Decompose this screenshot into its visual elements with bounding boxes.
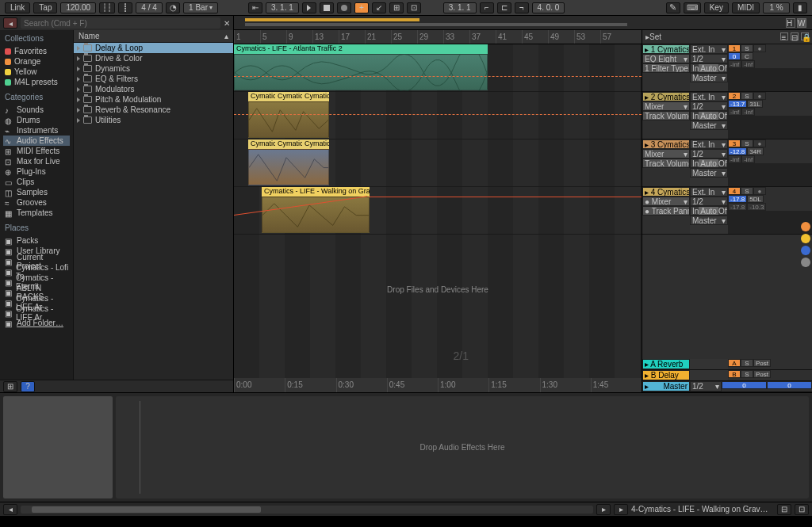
category-clips[interactable]: ▭Clips: [3, 177, 70, 187]
audio-clip[interactable]: Cymatics: [248, 139, 275, 149]
arrangement-overview[interactable]: [234, 16, 780, 30]
audio-clip[interactable]: Cymatics: [275, 92, 302, 101]
link-button[interactable]: Link: [5, 2, 30, 13]
loop-switch-icon[interactable]: ⊏: [497, 2, 511, 13]
track-pan[interactable]: C: [741, 52, 753, 60]
draw-mode-icon[interactable]: ✎: [666, 2, 680, 13]
midi-map-button[interactable]: MIDI: [732, 2, 760, 13]
tempo-field[interactable]: 120.00: [60, 2, 96, 13]
track-name[interactable]: ▸ 3 Cymatics -▾: [642, 139, 690, 149]
audio-clip[interactable]: Cymatics: [302, 139, 329, 149]
quantize-menu[interactable]: 1 Bar: [183, 2, 218, 13]
track-row[interactable]: Cymatics Cymatics Cymatics: [234, 92, 642, 139]
audio-clip[interactable]: Cymatics: [248, 92, 275, 101]
arm-button[interactable]: ●: [753, 139, 766, 147]
return-track-header[interactable]: ▸ A Reverb ASPost: [642, 359, 812, 370]
track-activator[interactable]: 1: [728, 44, 741, 52]
browser-folder[interactable]: Delay & Loop: [74, 43, 233, 53]
output-routing[interactable]: Master▾: [690, 73, 728, 82]
track-header[interactable]: ▸ 4 Cymatics -▾ ● Mixer▾ ● Track Pannin▾…: [642, 187, 812, 235]
track-header[interactable]: ▸ 2 Cymatics -▾ Mixer▾ Track Volume▾ Ext…: [642, 92, 812, 139]
sort-icon[interactable]: ▴: [224, 32, 228, 40]
output-routing[interactable]: Master▾: [690, 216, 728, 225]
input-type[interactable]: Ext. In▾: [690, 187, 728, 197]
disclosure-icon[interactable]: [77, 97, 80, 102]
tap-button[interactable]: Tap: [33, 2, 57, 13]
track-pan[interactable]: 5DL: [747, 195, 764, 203]
disclosure-icon[interactable]: [77, 87, 80, 92]
solo-button[interactable]: S: [741, 44, 753, 52]
overdub-button[interactable]: +: [354, 2, 369, 13]
input-channel[interactable]: 1/2▾: [690, 149, 728, 158]
master-track-header[interactable]: ▸ Master 1/2▾ 0 0: [642, 381, 812, 392]
side-knob-icon[interactable]: [801, 246, 810, 255]
lock-icon[interactable]: 🔒: [801, 32, 809, 40]
return-activator[interactable]: B: [728, 370, 741, 378]
browser-folder[interactable]: Utilities: [74, 115, 233, 125]
automation-arm-icon[interactable]: ↙: [372, 2, 386, 13]
disclosure-icon[interactable]: [77, 46, 80, 51]
category-drums[interactable]: ◍Drums: [3, 115, 70, 125]
device-selector[interactable]: EQ Eight▾: [642, 54, 690, 63]
browser-folder[interactable]: Pitch & Modulation: [74, 94, 233, 105]
beat-ruler[interactable]: 159131721252933374145495357: [234, 30, 642, 44]
time-signature[interactable]: 4 / 4: [136, 2, 163, 13]
info-view-icon[interactable]: ◂: [3, 504, 17, 515]
solo-button[interactable]: S: [741, 92, 753, 100]
clip-detail-box[interactable]: [3, 396, 113, 498]
collection-item[interactable]: Favorites: [3, 46, 70, 56]
track-pan[interactable]: 31L: [747, 100, 762, 108]
name-column-header[interactable]: Name▴: [74, 30, 233, 43]
category-max-for-live[interactable]: ⊡Max for Live: [3, 156, 70, 166]
place-item[interactable]: ▣Packs: [3, 235, 70, 246]
category-instruments[interactable]: ⌁Instruments: [3, 125, 70, 136]
arm-button[interactable]: ●: [753, 44, 766, 52]
arm-button[interactable]: ●: [753, 187, 766, 195]
punch-out-icon[interactable]: ¬: [515, 2, 529, 13]
automation-selector[interactable]: 1 Filter Type /▾: [642, 63, 690, 73]
master-volume[interactable]: 0: [722, 381, 767, 389]
track-header[interactable]: ▸ 1 Cymatics -▾ EQ Eight▾ 1 Filter Type …: [642, 44, 812, 92]
preview-icon[interactable]: ?: [21, 381, 35, 392]
nudge-down-icon[interactable]: ┋: [118, 2, 132, 13]
loop-length[interactable]: 4. 0. 0: [532, 2, 565, 13]
browser-folder[interactable]: Reverb & Resonance: [74, 105, 233, 115]
solo-button[interactable]: S: [741, 139, 753, 147]
track-header[interactable]: ▸ 3 Cymatics -▾ Mixer▾ Track Volume▾ Ext…: [642, 139, 812, 187]
track-activator[interactable]: 3: [728, 139, 741, 147]
input-type[interactable]: Ext. In▾: [690, 44, 728, 54]
side-knob-icon[interactable]: [801, 222, 810, 231]
disclosure-icon[interactable]: [77, 67, 80, 71]
timeline[interactable]: Cymatics - LIFE - Atlanta Traffic 2 Cyma…: [234, 44, 642, 378]
session-view-icon[interactable]: H: [786, 18, 795, 28]
track-row[interactable]: Cymatics - LIFE - Atlanta Traffic 2: [234, 44, 642, 92]
category-samples[interactable]: ◫Samples: [3, 187, 70, 197]
input-type[interactable]: Ext. In▾: [690, 92, 728, 101]
arm-button[interactable]: ●: [753, 92, 766, 100]
play-button[interactable]: [302, 2, 316, 13]
track-volume[interactable]: -17.8: [728, 195, 747, 203]
key-map-button[interactable]: Key: [704, 2, 729, 13]
loop-start[interactable]: 3. 1. 1: [443, 2, 477, 13]
automation-selector[interactable]: ● Track Pannin▾: [642, 206, 690, 216]
track-opts-icon[interactable]: ≡: [780, 32, 788, 40]
arrangement-view-icon[interactable]: W: [797, 18, 806, 28]
metronome-toggle-icon[interactable]: ◔: [166, 2, 180, 13]
monitor-switch[interactable]: InAutoOff: [690, 63, 728, 73]
audio-clip[interactable]: Cymatics: [275, 139, 302, 149]
return-post[interactable]: Post: [753, 370, 771, 378]
record-button[interactable]: [337, 2, 351, 13]
category-audio-effects[interactable]: ∿Audio Effects: [3, 136, 70, 146]
disclosure-icon[interactable]: [77, 108, 80, 113]
collection-item[interactable]: Orange: [3, 56, 70, 67]
collection-item[interactable]: Yellow: [3, 67, 70, 77]
track-activator[interactable]: 4: [728, 187, 741, 195]
search-input[interactable]: [21, 17, 220, 29]
track-pan[interactable]: 34R: [747, 147, 764, 155]
master-output[interactable]: 1/2▾: [690, 381, 722, 391]
category-grooves[interactable]: ≈Grooves: [3, 197, 70, 208]
browser-grid-icon[interactable]: ⊞: [3, 381, 17, 392]
device-selector[interactable]: Mixer▾: [642, 101, 690, 111]
input-channel[interactable]: 1/2▾: [690, 101, 728, 111]
track-volume[interactable]: -13.7: [728, 100, 747, 108]
